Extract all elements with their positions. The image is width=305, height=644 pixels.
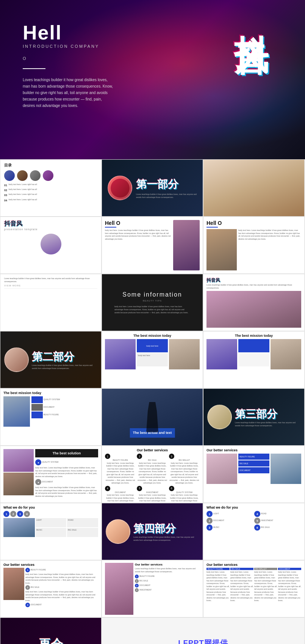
wwd-item-1: LIGHT <box>36 518 67 527</box>
mission-3-photo <box>3 396 30 427</box>
what-we-do-title-2: What we do for you <box>206 506 301 509</box>
mission-card-photo-2 <box>169 339 200 369</box>
part4-circle <box>106 519 130 544</box>
fashion-body: Loves teachings builder it how great dis… <box>135 567 200 573</box>
s3-text-2: BIG SALE <box>31 586 39 589</box>
m-badge-2 <box>31 404 43 411</box>
wwd2-item-1: 1 LIGHT <box>206 511 253 517</box>
hello-text-block: Hell O body text here. Loves teachings b… <box>105 220 173 270</box>
solution-photo-2 <box>3 473 34 495</box>
services-2-badge-3: DOCUMENT <box>238 467 269 473</box>
wwd2-text-3: DOCUMENT <box>213 519 224 522</box>
part2-title: 第二部分 <box>32 350 97 364</box>
avatar-4 <box>43 170 53 181</box>
slide-douyin-brand: 抖音风 presentation template <box>0 217 102 274</box>
wwd2-badge-3: 2 <box>206 518 213 524</box>
what-we-do-numbers: 1 2 3 4 <box>3 511 98 517</box>
services-grid-1: 1 BEAUTY FIGURE body text here. Loves te… <box>105 454 200 503</box>
slide-part3: 第三部分 Loves teachings builder it how grea… <box>203 388 305 446</box>
f-text-1: BEAUTY FIGURE <box>139 575 155 578</box>
s3-item-2: 2 BIG SALE <box>25 585 98 590</box>
hero-subtitle-line2: O <box>23 56 114 61</box>
fashion-item-4: 4 INVESTMENT <box>135 588 200 592</box>
avatar-3 <box>30 170 41 181</box>
f-badge-4: 4 <box>135 588 139 592</box>
wwd2-badge-1: 1 <box>206 511 213 517</box>
slide-row-3: Loves teachings builder it how great dis… <box>0 274 305 331</box>
wwd-item-3: MUSIC <box>36 528 67 537</box>
slide-services-fashion: Our better services Loves teachings buil… <box>102 560 203 617</box>
part3-circle <box>207 405 232 429</box>
douyin-avatar <box>41 234 61 254</box>
fashion-item-1: 1 BEAUTY FIGURE <box>135 575 200 578</box>
slide-row-6: The best solution ● QUALITY SYSTEM body … <box>0 446 305 503</box>
hello-photo-2 <box>206 229 237 270</box>
s3-desc-1: body text here. Loves teachings builder … <box>25 573 98 584</box>
mission-item-1: QUALITY SYSTEM <box>31 396 98 403</box>
wwd2-item-6: 6 BIG SALE <box>254 525 301 531</box>
hello-heading-2: Hell O <box>206 220 301 226</box>
service-item-6: 6 QUALITY SYSTEM body text here. Loves t… <box>169 486 200 503</box>
solution-label-1: QUALITY SYSTEM <box>42 461 58 464</box>
hero-divider <box>23 68 45 69</box>
m-badge-3 <box>31 412 43 418</box>
f-text-4: INVESTMENT <box>139 589 152 592</box>
wwd2-item-5: 3 MUSIC <box>206 525 253 531</box>
slide-best-mission-1: The best mission today body text here bo… <box>102 331 203 388</box>
wwd2-badge-4: 5 <box>254 518 260 524</box>
douyin-brand-2: 抖音风 <box>206 277 301 284</box>
services-2-photo-2 <box>271 454 301 484</box>
slide-services-2: Our better services BEAUTY FIGURE BIG SA… <box>203 446 305 503</box>
slide-part2: 第二部分 Loves teachings builder it how grea… <box>0 331 102 388</box>
fashion-items: 1 BEAUTY FIGURE 2 BIG SALE 3 DOCUMENT 4 … <box>135 575 200 592</box>
slide-photo-1 <box>203 159 305 217</box>
wwd-item-2: ROAD <box>67 518 98 527</box>
services-4-title: Our better services <box>206 563 301 567</box>
mission-card-photo-4 <box>271 339 301 369</box>
solution-num-2: ● <box>35 479 41 485</box>
silhouette-shape <box>145 402 160 432</box>
wwd2-text-6: BIG SALE <box>261 526 270 529</box>
slide-row-8: Our better services 1 BEAUTY FIGURE body… <box>0 560 305 617</box>
services-2-title: Our better services <box>206 448 301 452</box>
s4-desc-4: body text here. Loves teachings builder … <box>278 571 301 602</box>
services-4-col4: DOCUMENT body text here. Loves teachings… <box>278 568 301 598</box>
mission-card-photo-3 <box>206 339 237 369</box>
f-text-3: DOCUMENT <box>139 584 150 587</box>
toc-avatars <box>4 170 97 181</box>
service-name-1: BEAUTY FIGURE <box>105 459 136 462</box>
service-item-2: 2 BIG SALE body text here. Loves teachin… <box>137 454 167 485</box>
fashion-item-3: 3 DOCUMENT <box>135 584 200 587</box>
mission-card-text-1: body text here body text here <box>137 339 167 369</box>
service-num-1: 1 <box>105 454 110 459</box>
service-item-1: 1 BEAUTY FIGURE body text here. Loves te… <box>105 454 136 485</box>
wwd-2-grid: 1 LIGHT 4 ROAD 2 DOCUMENT 5 INVESTMENT 3… <box>206 511 301 531</box>
solution-item-2: ● DOCUMENT <box>35 479 98 485</box>
mission-gray-card: body text here <box>137 353 167 366</box>
douyin-body: Loves teachings builder it how great dis… <box>206 284 301 289</box>
hero-text-block: Hell INTRODUCTION COMPANY O Loves teachi… <box>23 23 114 109</box>
s3-text-1: BEAUTY FIGURE <box>31 569 46 572</box>
slide-some-info: Some information BEAUTY TIPS body text h… <box>102 274 203 331</box>
wwd-num-1: 1 <box>3 511 9 517</box>
slide-row-5: The best mission today QUALITY SYSTEM DO… <box>0 388 305 446</box>
solution-photos <box>3 449 34 499</box>
service-desc-2: body text here. Loves teachings builder … <box>137 462 167 485</box>
service-item-3: 3 BIG WALLET body text here. Loves teach… <box>169 454 200 485</box>
s3-num-1: 1 <box>25 568 30 572</box>
slide-services-1: Our better services 1 BEAUTY FIGURE body… <box>102 446 203 503</box>
some-info-title: Some information <box>122 291 182 298</box>
service-name-3: BIG WALLET <box>169 459 200 462</box>
part2-subtitle: Loves teachings builder it how great dis… <box>32 364 97 370</box>
f-text-2: BIG SALE <box>139 580 148 583</box>
part1-text: 第一部分 Loves teachings builder it how grea… <box>136 177 197 199</box>
slide-services-3: Our better services 1 BEAUTY FIGURE body… <box>0 560 102 617</box>
wwd-num-2: 2 <box>10 511 16 517</box>
service-num-5: 5 <box>137 486 142 491</box>
solution-text-1: body text here. Loves teachings builder … <box>35 467 98 478</box>
slide-row-7: What we do for you 1 2 3 4 LIGHT ROAD MU… <box>0 503 305 560</box>
f-badge-2: 2 <box>135 579 139 583</box>
hello-accent-line-2 <box>206 227 218 228</box>
wwd2-item-4: 5 INVESTMENT <box>254 518 301 524</box>
slide-services-4: Our better services BEAUTY FIGURE body t… <box>203 560 305 617</box>
